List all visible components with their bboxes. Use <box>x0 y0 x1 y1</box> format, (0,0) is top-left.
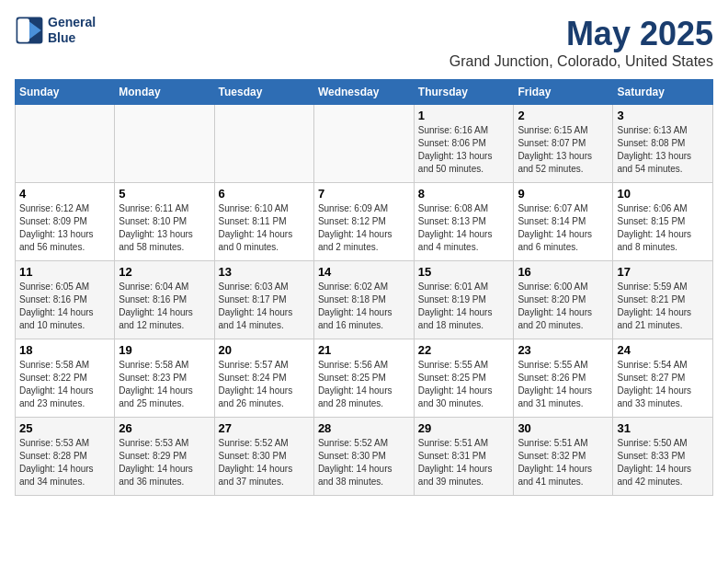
day-number: 15 <box>418 265 510 279</box>
day-number: 27 <box>219 421 310 435</box>
calendar-cell: 30Sunrise: 5:51 AM Sunset: 8:32 PM Dayli… <box>514 418 613 496</box>
weekday-header-thursday: Thursday <box>414 80 514 105</box>
day-number: 6 <box>219 187 310 201</box>
logo-icon <box>15 16 44 45</box>
day-info: Sunrise: 6:10 AM Sunset: 8:11 PM Dayligh… <box>219 202 310 254</box>
calendar-cell: 1Sunrise: 6:16 AM Sunset: 8:06 PM Daylig… <box>414 105 514 183</box>
day-number: 14 <box>318 265 410 279</box>
calendar-cell: 11Sunrise: 6:05 AM Sunset: 8:16 PM Dayli… <box>16 261 115 339</box>
location-title: Grand Junction, Colorado, United States <box>449 53 713 70</box>
header-row: SundayMondayTuesdayWednesdayThursdayFrid… <box>16 80 713 105</box>
day-number: 25 <box>19 421 110 435</box>
calendar-cell: 13Sunrise: 6:03 AM Sunset: 8:17 PM Dayli… <box>214 261 313 339</box>
week-row-1: 1Sunrise: 6:16 AM Sunset: 8:06 PM Daylig… <box>16 105 713 183</box>
day-info: Sunrise: 6:00 AM Sunset: 8:20 PM Dayligh… <box>518 281 609 332</box>
calendar-cell: 26Sunrise: 5:53 AM Sunset: 8:29 PM Dayli… <box>115 418 214 496</box>
day-info: Sunrise: 6:09 AM Sunset: 8:12 PM Dayligh… <box>318 202 410 254</box>
calendar-cell: 24Sunrise: 5:54 AM Sunset: 8:27 PM Dayli… <box>613 339 713 418</box>
calendar-cell: 27Sunrise: 5:52 AM Sunset: 8:30 PM Dayli… <box>214 418 313 496</box>
day-number: 17 <box>617 265 709 279</box>
title-area: May 2025 Grand Junction, Colorado, Unite… <box>449 15 713 70</box>
calendar-cell: 20Sunrise: 5:57 AM Sunset: 8:24 PM Dayli… <box>214 339 313 418</box>
day-number: 29 <box>418 421 510 435</box>
day-number: 22 <box>418 343 510 357</box>
day-number: 13 <box>219 265 310 279</box>
day-info: Sunrise: 5:55 AM Sunset: 8:26 PM Dayligh… <box>518 359 609 410</box>
calendar-cell <box>16 105 115 183</box>
weekday-header-friday: Friday <box>514 80 613 105</box>
day-info: Sunrise: 6:07 AM Sunset: 8:14 PM Dayligh… <box>518 202 609 254</box>
day-info: Sunrise: 5:52 AM Sunset: 8:30 PM Dayligh… <box>318 437 410 488</box>
weekday-header-sunday: Sunday <box>16 80 115 105</box>
day-info: Sunrise: 5:51 AM Sunset: 8:31 PM Dayligh… <box>418 437 510 488</box>
day-info: Sunrise: 6:03 AM Sunset: 8:17 PM Dayligh… <box>219 281 310 332</box>
day-number: 7 <box>318 187 410 201</box>
day-number: 30 <box>518 421 609 435</box>
month-title: May 2025 <box>449 15 713 53</box>
calendar-cell: 4Sunrise: 6:12 AM Sunset: 8:09 PM Daylig… <box>16 183 115 261</box>
day-info: Sunrise: 5:53 AM Sunset: 8:29 PM Dayligh… <box>119 437 210 488</box>
svg-rect-2 <box>17 18 29 42</box>
day-number: 26 <box>119 421 210 435</box>
day-number: 5 <box>119 187 210 201</box>
calendar-cell: 17Sunrise: 5:59 AM Sunset: 8:21 PM Dayli… <box>613 261 713 339</box>
calendar-cell: 21Sunrise: 5:56 AM Sunset: 8:25 PM Dayli… <box>313 339 414 418</box>
day-number: 18 <box>19 343 110 357</box>
day-info: Sunrise: 6:01 AM Sunset: 8:19 PM Dayligh… <box>418 281 510 332</box>
day-number: 21 <box>318 343 410 357</box>
day-info: Sunrise: 6:04 AM Sunset: 8:16 PM Dayligh… <box>119 281 210 332</box>
day-info: Sunrise: 5:56 AM Sunset: 8:25 PM Dayligh… <box>318 359 410 410</box>
day-info: Sunrise: 5:57 AM Sunset: 8:24 PM Dayligh… <box>219 359 310 410</box>
day-number: 28 <box>318 421 410 435</box>
calendar-cell: 2Sunrise: 6:15 AM Sunset: 8:07 PM Daylig… <box>514 105 613 183</box>
day-number: 2 <box>518 109 609 122</box>
calendar-cell <box>214 105 313 183</box>
day-number: 10 <box>617 187 709 201</box>
day-number: 12 <box>119 265 210 279</box>
logo-text: General Blue <box>48 15 96 46</box>
day-number: 1 <box>418 109 510 122</box>
day-number: 31 <box>617 421 709 435</box>
day-info: Sunrise: 5:58 AM Sunset: 8:22 PM Dayligh… <box>19 359 110 410</box>
calendar-cell: 28Sunrise: 5:52 AM Sunset: 8:30 PM Dayli… <box>313 418 414 496</box>
logo: General Blue <box>15 15 96 46</box>
day-info: Sunrise: 6:16 AM Sunset: 8:06 PM Dayligh… <box>418 124 510 176</box>
calendar-cell <box>313 105 414 183</box>
week-row-2: 4Sunrise: 6:12 AM Sunset: 8:09 PM Daylig… <box>16 183 713 261</box>
calendar-cell: 19Sunrise: 5:58 AM Sunset: 8:23 PM Dayli… <box>115 339 214 418</box>
day-info: Sunrise: 6:06 AM Sunset: 8:15 PM Dayligh… <box>617 202 709 254</box>
calendar-cell: 7Sunrise: 6:09 AM Sunset: 8:12 PM Daylig… <box>313 183 414 261</box>
day-number: 3 <box>617 109 709 122</box>
weekday-header-saturday: Saturday <box>613 80 713 105</box>
day-info: Sunrise: 6:13 AM Sunset: 8:08 PM Dayligh… <box>617 124 709 176</box>
day-number: 19 <box>119 343 210 357</box>
calendar-header: SundayMondayTuesdayWednesdayThursdayFrid… <box>16 80 713 105</box>
weekday-header-monday: Monday <box>115 80 214 105</box>
calendar-cell: 23Sunrise: 5:55 AM Sunset: 8:26 PM Dayli… <box>514 339 613 418</box>
day-info: Sunrise: 5:59 AM Sunset: 8:21 PM Dayligh… <box>617 281 709 332</box>
week-row-3: 11Sunrise: 6:05 AM Sunset: 8:16 PM Dayli… <box>16 261 713 339</box>
day-info: Sunrise: 5:50 AM Sunset: 8:33 PM Dayligh… <box>617 437 709 488</box>
day-info: Sunrise: 5:52 AM Sunset: 8:30 PM Dayligh… <box>219 437 310 488</box>
calendar-cell: 9Sunrise: 6:07 AM Sunset: 8:14 PM Daylig… <box>514 183 613 261</box>
calendar-cell: 29Sunrise: 5:51 AM Sunset: 8:31 PM Dayli… <box>414 418 514 496</box>
calendar-cell: 14Sunrise: 6:02 AM Sunset: 8:18 PM Dayli… <box>313 261 414 339</box>
calendar-cell: 18Sunrise: 5:58 AM Sunset: 8:22 PM Dayli… <box>16 339 115 418</box>
week-row-4: 18Sunrise: 5:58 AM Sunset: 8:22 PM Dayli… <box>16 339 713 418</box>
day-number: 4 <box>19 187 110 201</box>
day-info: Sunrise: 6:02 AM Sunset: 8:18 PM Dayligh… <box>318 281 410 332</box>
weekday-header-tuesday: Tuesday <box>214 80 313 105</box>
day-number: 24 <box>617 343 709 357</box>
week-row-5: 25Sunrise: 5:53 AM Sunset: 8:28 PM Dayli… <box>16 418 713 496</box>
day-number: 11 <box>19 265 110 279</box>
day-number: 9 <box>518 187 609 201</box>
day-info: Sunrise: 6:11 AM Sunset: 8:10 PM Dayligh… <box>119 202 210 254</box>
calendar-cell: 15Sunrise: 6:01 AM Sunset: 8:19 PM Dayli… <box>414 261 514 339</box>
weekday-header-wednesday: Wednesday <box>313 80 414 105</box>
day-info: Sunrise: 5:53 AM Sunset: 8:28 PM Dayligh… <box>19 437 110 488</box>
calendar-cell: 12Sunrise: 6:04 AM Sunset: 8:16 PM Dayli… <box>115 261 214 339</box>
page-header: General Blue May 2025 Grand Junction, Co… <box>15 15 713 70</box>
day-info: Sunrise: 6:05 AM Sunset: 8:16 PM Dayligh… <box>19 281 110 332</box>
calendar-cell: 3Sunrise: 6:13 AM Sunset: 8:08 PM Daylig… <box>613 105 713 183</box>
calendar-table: SundayMondayTuesdayWednesdayThursdayFrid… <box>15 79 713 496</box>
